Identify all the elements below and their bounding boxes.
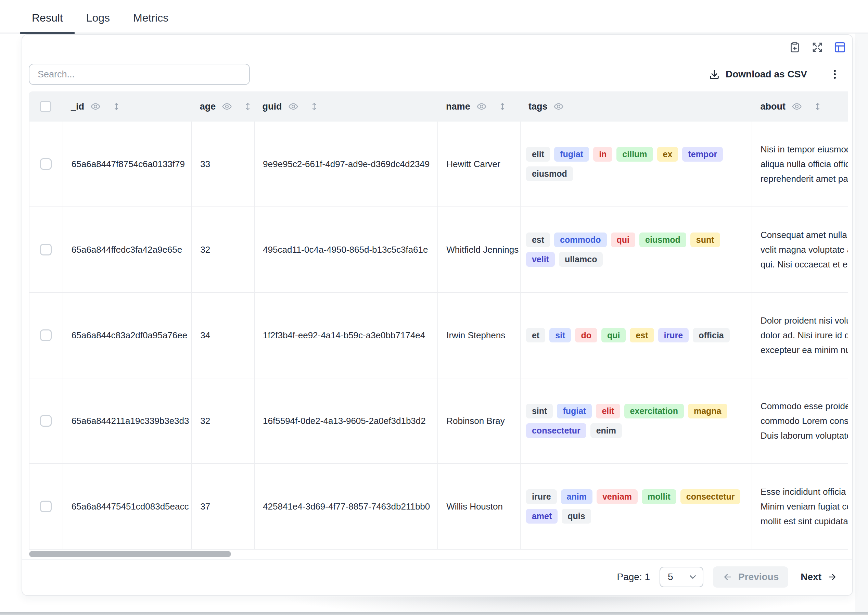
table-row: 65a6a8447f8754c6a0133f79 33 9e9e95c2-661… xyxy=(30,122,848,207)
cell-age: 37 xyxy=(192,464,255,549)
download-csv-label: Download as CSV xyxy=(726,69,807,80)
page-size-select[interactable]: 5 xyxy=(659,567,703,587)
tag-badge: et xyxy=(526,328,545,343)
next-label: Next xyxy=(801,571,821,582)
eye-icon[interactable] xyxy=(288,101,298,112)
tag-badge: irure xyxy=(526,489,557,504)
table-layout-icon[interactable] xyxy=(833,41,847,54)
row-checkbox[interactable] xyxy=(40,415,52,427)
cell-about: Commodo esse proident ex commodo Lorem c… xyxy=(752,378,848,463)
tag-badge: tempor xyxy=(682,147,723,162)
search-input[interactable] xyxy=(29,64,250,85)
tag-badge: commodo xyxy=(554,233,606,247)
cell-guid: 495cad11-0c4a-4950-865d-b13c5c3fa61e xyxy=(255,207,438,292)
cell-name: Robinson Bray xyxy=(438,378,520,463)
column-header-age[interactable]: age xyxy=(192,91,254,122)
copy-to-clipboard-icon[interactable] xyxy=(788,41,802,54)
table-body: 65a6a8447f8754c6a0133f79 33 9e9e95c2-661… xyxy=(29,122,848,549)
row-checkbox[interactable] xyxy=(40,244,52,256)
column-header-name[interactable]: name xyxy=(438,91,520,122)
eye-icon[interactable] xyxy=(477,101,487,112)
eye-icon[interactable] xyxy=(222,101,232,112)
cell-about: Consequat amet nulla sit a velit magna v… xyxy=(752,207,848,292)
row-select-cell xyxy=(30,378,63,463)
sort-icon[interactable] xyxy=(243,102,252,111)
about-text-line: Dolor proident nisi voluptat xyxy=(760,313,848,328)
eye-icon[interactable] xyxy=(792,101,802,112)
column-header-about[interactable]: about xyxy=(752,91,848,122)
kebab-menu-icon[interactable] xyxy=(829,69,841,80)
tab-result[interactable]: Result xyxy=(20,0,75,33)
cell-name: Irwin Stephens xyxy=(438,293,520,378)
row-checkbox[interactable] xyxy=(40,329,52,341)
tag-badge: cillum xyxy=(616,147,653,162)
tag-badge: consectetur xyxy=(681,489,741,504)
column-header-id[interactable]: _id xyxy=(62,91,192,122)
about-text-line: Nisi in tempor eiusmod null xyxy=(760,142,848,157)
row-checkbox[interactable] xyxy=(40,158,52,170)
tag-badge: ullamco xyxy=(559,252,603,267)
tag-badge: do xyxy=(575,328,597,343)
download-icon xyxy=(709,69,720,80)
tag-badge: est xyxy=(526,233,550,247)
tag-badge: fugiat xyxy=(557,404,592,418)
cell-guid: 425841e4-3d69-4f77-8857-7463db211bb0 xyxy=(255,464,438,549)
page-indicator: Page: 1 xyxy=(617,571,650,582)
table-header-row: _id age xyxy=(29,91,848,122)
row-select-cell xyxy=(30,464,63,549)
sort-icon[interactable] xyxy=(309,102,319,111)
about-text-line: Esse incididunt officia adip xyxy=(760,484,848,499)
row-checkbox[interactable] xyxy=(40,501,52,512)
tag-badge: sint xyxy=(526,404,553,418)
column-label: age xyxy=(200,101,216,112)
select-all-checkbox[interactable] xyxy=(40,101,51,112)
about-text-line: velit magna voluptate aliqu xyxy=(760,242,848,257)
tag-badge: enim xyxy=(591,423,622,438)
horizontal-scrollbar[interactable] xyxy=(29,551,231,557)
tag-badge: irure xyxy=(658,328,689,343)
tag-badge: anim xyxy=(561,489,592,504)
tag-badge: in xyxy=(593,147,612,162)
about-text-line: reprehenderit amet pariatu xyxy=(760,172,848,186)
arrow-right-icon xyxy=(827,572,837,582)
table-row: 65a6a844c83a2df0a95a76ee 34 1f2f3b4f-ee9… xyxy=(30,293,848,378)
column-header-tags[interactable]: tags xyxy=(520,91,752,122)
previous-page-button[interactable]: Previous xyxy=(713,567,788,588)
sort-icon[interactable] xyxy=(112,102,121,111)
tag-badge: eiusmod xyxy=(639,233,686,247)
tag-badge: elit xyxy=(526,147,550,162)
about-text-line: qui. Nisi occaecat et enim a xyxy=(760,257,848,272)
tab-metrics[interactable]: Metrics xyxy=(122,0,180,33)
column-label: about xyxy=(760,101,785,112)
result-table: _id age xyxy=(29,91,848,549)
table-row: 65a6a844ffedc3fa42a9e65e 32 495cad11-0c4… xyxy=(30,207,848,293)
arrow-left-icon xyxy=(723,572,733,582)
about-text-line: Consequat amet nulla sit a xyxy=(760,228,848,242)
tag-badge: fugiat xyxy=(554,147,589,162)
tag-badge: sunt xyxy=(690,233,720,247)
tag-badge: sit xyxy=(549,328,571,343)
eye-icon[interactable] xyxy=(553,101,564,112)
column-label: tags xyxy=(528,101,548,112)
download-csv-button[interactable]: Download as CSV xyxy=(709,69,807,80)
maximize-icon[interactable] xyxy=(810,41,824,54)
sort-icon[interactable] xyxy=(498,102,507,111)
cell-id: 65a6a844c83a2df0a95a76ee xyxy=(63,293,192,378)
tab-logs[interactable]: Logs xyxy=(75,0,122,33)
tag-badge: qui xyxy=(602,328,626,343)
result-tabs: Result Logs Metrics xyxy=(20,0,180,33)
sort-icon[interactable] xyxy=(813,102,823,111)
download-row: Download as CSV xyxy=(709,64,841,85)
about-text-line: aliqua nulla officia officia. A xyxy=(760,157,848,172)
cell-guid: 1f2f3b4f-ee92-4a14-b59c-a3e0bb7174e4 xyxy=(255,293,438,378)
next-page-button[interactable]: Next xyxy=(798,571,840,582)
cell-guid: 16f5594f-0de2-4a13-9605-2a0ef3d1b3d2 xyxy=(255,378,438,463)
panel-toolbar-icons xyxy=(788,41,847,54)
tag-badge: elit xyxy=(596,404,620,418)
tag-badge: exercitation xyxy=(624,404,684,418)
tag-badge: qui xyxy=(611,233,636,247)
column-header-guid[interactable]: guid xyxy=(254,91,438,122)
eye-icon[interactable] xyxy=(90,101,101,112)
cell-guid: 9e9e95c2-661f-4d97-ad9e-d369dc4d2349 xyxy=(255,122,438,206)
pagination: Page: 1 5 Previous Next xyxy=(617,560,840,595)
